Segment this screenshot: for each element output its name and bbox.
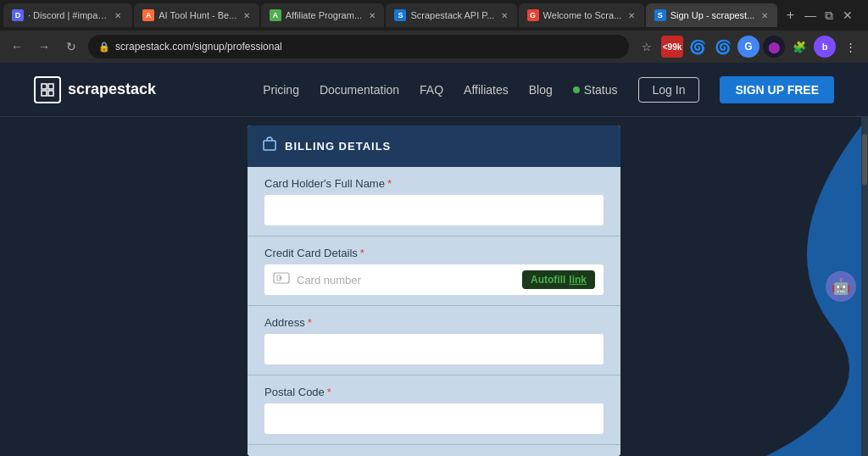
address-input[interactable] <box>264 334 604 364</box>
back-button[interactable]: ← <box>7 36 27 57</box>
tab-aitoolhunt-label: AI Tool Hunt - Be... <box>159 10 236 20</box>
chat-widget[interactable]: 🤖 <box>826 271 856 302</box>
tab-aitoolhunt-close[interactable]: ✕ <box>241 9 253 21</box>
autofill-button[interactable]: Autofill link <box>522 270 595 289</box>
address-bar-row: ← → ↻ 🔒 scrapestack.com/signup/professio… <box>0 31 868 63</box>
tab-signup-close[interactable]: ✕ <box>759 9 771 21</box>
close-button[interactable]: ✕ <box>841 8 854 22</box>
extension-icon-1[interactable]: 🌀 <box>687 36 709 58</box>
main-area: BILLING DETAILS Card Holder's Full Name … <box>0 117 868 456</box>
tab-gmail[interactable]: G Welcome to Scra... ✕ <box>519 3 644 27</box>
tab-signup-label: Sign Up - scrapest... <box>670 10 755 20</box>
tab-discord[interactable]: D · Discord | #impac... ✕ <box>3 3 132 27</box>
card-input-wrapper: Card number Autofill link <box>264 264 604 295</box>
credit-card-section: Credit Card Details * Card num <box>248 236 620 305</box>
autofill-link-text: link <box>569 274 587 286</box>
extensions-button[interactable]: 🧩 <box>788 36 810 58</box>
billing-form-container: BILLING DETAILS Card Holder's Full Name … <box>248 125 620 456</box>
toolbar-icons: ☆ <99k 🌀 🌀 G ⬤ 🧩 b ⋮ <box>636 36 861 58</box>
postal-code-label-text: Postal Code <box>264 386 325 398</box>
cardholder-input[interactable] <box>264 195 604 225</box>
svg-rect-1 <box>48 84 53 89</box>
minimize-button[interactable]: — <box>804 8 817 22</box>
address-label: Address * <box>264 316 604 329</box>
logo-icon <box>34 76 61 103</box>
extension-icon-circle[interactable]: ⬤ <box>763 36 785 58</box>
logo-text: scrapestack <box>68 81 156 98</box>
nav-links: Pricing Documentation FAQ Affiliates Blo… <box>263 76 834 103</box>
billing-header-title: BILLING DETAILS <box>285 140 391 153</box>
refresh-button[interactable]: ↻ <box>61 36 81 57</box>
window-controls: — ⧉ ✕ <box>804 8 865 22</box>
signup-button[interactable]: SIGN UP FREE <box>720 76 834 103</box>
tab-affiliate[interactable]: A Affiliate Program... ✕ <box>261 3 385 27</box>
nav-documentation[interactable]: Documentation <box>320 83 399 97</box>
credit-card-required: * <box>360 247 364 259</box>
address-section: Address * <box>248 306 620 375</box>
tab-bar: D · Discord | #impac... ✕ A AI Tool Hunt… <box>0 0 868 31</box>
card-chip-icon <box>273 271 290 288</box>
lock-icon: 🔒 <box>98 42 110 53</box>
tab-discord-close[interactable]: ✕ <box>112 9 124 21</box>
browser-chrome: D · Discord | #impac... ✕ A AI Tool Hunt… <box>0 0 868 63</box>
address-bar[interactable]: 🔒 scrapestack.com/signup/professional <box>88 35 629 58</box>
chat-icon: 🤖 <box>832 277 850 296</box>
star-icon[interactable]: ☆ <box>636 36 658 58</box>
tab-aitoolhunt[interactable]: A AI Tool Hunt - Be... ✕ <box>134 3 259 27</box>
svg-rect-2 <box>42 91 47 96</box>
new-tab-button[interactable]: + <box>779 3 802 27</box>
signup-favicon: S <box>654 9 666 21</box>
status-dot <box>573 86 580 93</box>
svg-rect-0 <box>42 84 47 89</box>
gmail-favicon: G <box>527 9 539 21</box>
scroll-bar[interactable] <box>861 117 868 456</box>
menu-button[interactable]: ⋮ <box>839 36 861 58</box>
tab-scrapestack-api[interactable]: S Scrapestack API P... ✕ <box>386 3 516 27</box>
aitoolhunt-favicon: A <box>142 9 154 21</box>
url-text: scrapestack.com/signup/professional <box>115 41 282 53</box>
profile-icon[interactable]: b <box>814 36 836 58</box>
postal-code-required: * <box>327 386 331 398</box>
cardholder-label: Card Holder's Full Name * <box>264 177 604 190</box>
tab-affiliate-label: Affiliate Program... <box>286 10 362 20</box>
discord-favicon: D <box>12 9 24 21</box>
extension-icon-g[interactable]: G <box>737 36 760 58</box>
forward-button[interactable]: → <box>34 36 54 57</box>
tab-signup[interactable]: S Sign Up - scrapest... ✕ <box>646 3 777 27</box>
extension-icon-2[interactable]: 🌀 <box>712 36 734 58</box>
reddit-extension-icon[interactable]: <99k <box>661 36 683 58</box>
status-label: Status <box>584 83 618 97</box>
cardholder-label-text: Card Holder's Full Name <box>264 177 385 190</box>
status-indicator: Status <box>573 83 618 97</box>
nav-affiliates[interactable]: Affiliates <box>464 83 509 97</box>
login-button[interactable]: Log In <box>638 77 700 103</box>
credit-card-label-text: Credit Card Details <box>264 247 358 259</box>
logo[interactable]: scrapestack <box>34 76 156 103</box>
tab-scrapestack-api-close[interactable]: ✕ <box>498 9 510 21</box>
postal-code-section: Postal Code * <box>248 375 620 444</box>
billing-body: Card Holder's Full Name * Credit Card De… <box>248 167 620 456</box>
tab-affiliate-close[interactable]: ✕ <box>366 9 378 21</box>
card-number-placeholder: Card number <box>297 274 522 286</box>
tab-gmail-label: Welcome to Scra... <box>543 10 622 20</box>
tab-scrapestack-api-label: Scrapestack API P... <box>410 10 494 20</box>
tab-discord-label: · Discord | #impac... <box>28 10 108 20</box>
svg-rect-3 <box>48 91 53 96</box>
cardholder-section: Card Holder's Full Name * <box>248 167 620 236</box>
cardholder-required: * <box>387 177 392 190</box>
nav-faq[interactable]: FAQ <box>420 83 443 97</box>
scroll-thumb <box>862 134 867 185</box>
billing-header: BILLING DETAILS <box>248 125 620 167</box>
tab-gmail-close[interactable]: ✕ <box>626 9 637 21</box>
nav-pricing[interactable]: Pricing <box>263 83 299 97</box>
credit-card-label: Credit Card Details * <box>264 247 604 259</box>
postal-code-input[interactable] <box>264 403 604 434</box>
country-section: Country * Choose your country United Sta… <box>248 445 620 456</box>
affiliate-favicon: A <box>270 9 281 21</box>
nav-blog[interactable]: Blog <box>529 83 553 97</box>
page-content: scrapestack Pricing Documentation FAQ Af… <box>0 63 868 456</box>
address-label-text: Address <box>264 316 305 329</box>
postal-code-label: Postal Code * <box>264 386 604 398</box>
maximize-button[interactable]: ⧉ <box>822 8 836 22</box>
scrapestack-api-favicon: S <box>394 9 406 21</box>
